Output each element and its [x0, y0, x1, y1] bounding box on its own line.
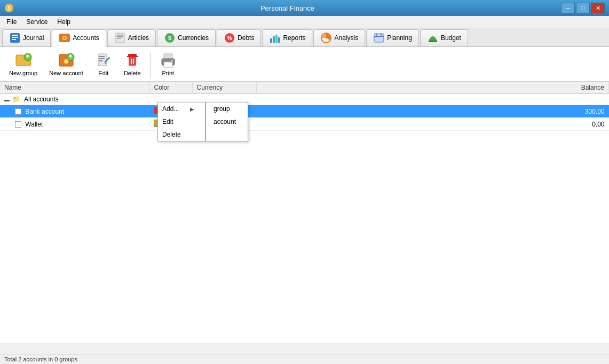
new-group-button[interactable]: New group [4, 49, 42, 79]
svg-rect-17 [270, 38, 272, 43]
tab-reports[interactable]: Reports [262, 29, 312, 46]
tab-articles[interactable]: Articles [107, 29, 156, 46]
print-button[interactable]: Print [155, 49, 181, 79]
svg-rect-30 [27, 54, 28, 58]
svg-rect-45 [133, 59, 134, 64]
svg-text:$: $ [168, 35, 171, 41]
menu-file[interactable]: File [2, 17, 21, 27]
group-option-label: group [213, 105, 230, 113]
svg-rect-18 [273, 36, 275, 43]
svg-rect-44 [131, 59, 132, 64]
table-row-group[interactable]: ▬ 📁 All accounts [0, 94, 609, 105]
new-group-label: New group [9, 70, 37, 76]
tab-debts[interactable]: % Debts [217, 29, 261, 46]
delete-label: Delete [162, 131, 181, 138]
svg-rect-23 [374, 36, 384, 37]
svg-rect-36 [98, 54, 107, 66]
menu-service[interactable]: Service [22, 17, 52, 27]
col-currency: Currency [192, 82, 256, 94]
context-menu-edit[interactable]: Edit [158, 115, 205, 128]
tab-currencies-label: Currencies [178, 34, 209, 42]
restore-button[interactable]: □ [576, 3, 590, 13]
svg-rect-37 [99, 56, 105, 57]
print-icon [160, 52, 177, 69]
svg-rect-41 [128, 54, 137, 56]
group-balance-cell [256, 94, 609, 105]
submenu-account[interactable]: account [206, 115, 248, 128]
table-row[interactable]: Wallet US Dollar 0.00 [0, 118, 609, 131]
accounts-icon [59, 32, 70, 44]
context-menu-delete[interactable]: Delete [158, 128, 205, 141]
new-account-label: New account [49, 70, 83, 76]
tab-currencies[interactable]: $ Currencies [157, 29, 216, 46]
delete-button[interactable]: Delete [119, 49, 146, 79]
reports-icon [269, 32, 281, 44]
context-menu-wrapper: Add... ▶ Edit Delete group account [157, 102, 248, 141]
edit-label: Edit [98, 70, 108, 76]
delete-label: Delete [124, 70, 141, 76]
collapse-icon[interactable]: ▬ [4, 97, 10, 102]
submenu-group[interactable]: group [206, 102, 248, 115]
tab-planning-label: Planning [387, 34, 412, 42]
tab-budget[interactable]: Budget [420, 29, 468, 46]
toolbar: New group New account Edit [0, 47, 609, 82]
tab-analysis[interactable]: Analysis [313, 29, 365, 46]
wallet-name-cell: Wallet [0, 118, 149, 131]
menu-help[interactable]: Help [53, 17, 75, 27]
edit-icon [95, 52, 112, 69]
new-account-button[interactable]: New account [44, 49, 88, 79]
svg-rect-39 [99, 60, 102, 61]
account-option-label: account [213, 118, 236, 125]
journal-icon [9, 32, 21, 44]
svg-rect-3 [12, 35, 18, 36]
window-controls: ─ □ ✕ [561, 3, 605, 13]
tab-debts-label: Debts [238, 34, 254, 42]
context-menu-add[interactable]: Add... ▶ [158, 102, 205, 115]
new-account-icon [58, 52, 75, 69]
planning-icon [373, 32, 385, 44]
svg-rect-4 [12, 37, 18, 38]
row-checkbox[interactable] [15, 121, 21, 128]
close-button[interactable]: ✕ [591, 3, 605, 13]
app-title: Personal Finance [14, 4, 561, 12]
svg-rect-19 [275, 35, 278, 43]
analysis-icon [320, 32, 332, 44]
svg-rect-11 [117, 36, 123, 37]
submenu-arrow: ▶ [190, 106, 194, 112]
account-balance-cell: 300.00 [256, 105, 609, 118]
submenu: group account [205, 102, 248, 141]
wallet-name: Wallet [25, 121, 43, 128]
context-menu: Add... ▶ Edit Delete [157, 102, 205, 141]
currencies-icon: $ [164, 32, 176, 44]
svg-point-35 [64, 59, 68, 64]
svg-rect-10 [117, 35, 123, 36]
articles-icon [114, 32, 126, 44]
svg-rect-49 [171, 60, 173, 61]
col-balance: Balance [256, 82, 609, 94]
tab-analysis-label: Analysis [334, 34, 358, 42]
accounts-table: Name Color Currency Balance ▬ 📁 All acco… [0, 82, 609, 131]
account-name: Bank account [25, 108, 64, 115]
row-checkbox[interactable] [15, 108, 21, 115]
tab-journal-label: Journal [23, 34, 44, 42]
tab-accounts[interactable]: Accounts [52, 29, 106, 47]
print-label: Print [162, 70, 174, 76]
svg-rect-25 [381, 34, 382, 36]
tab-planning[interactable]: Planning [366, 29, 419, 46]
col-name: Name [0, 82, 149, 94]
tab-journal[interactable]: Journal [2, 29, 51, 46]
delete-icon [124, 52, 141, 69]
new-group-icon [15, 52, 32, 69]
titlebar: $ Personal Finance ─ □ ✕ [0, 0, 609, 16]
svg-rect-42 [127, 56, 138, 57]
svg-text:%: % [227, 35, 232, 41]
tab-accounts-label: Accounts [73, 34, 99, 42]
tab-reports-label: Reports [283, 34, 305, 42]
minimize-button[interactable]: ─ [561, 3, 575, 13]
group-label: All accounts [24, 96, 59, 103]
edit-button[interactable]: Edit [90, 49, 117, 79]
svg-rect-43 [129, 57, 136, 66]
account-name-cell: Bank account [0, 105, 149, 118]
table-row[interactable]: Bank account US Dollar 300.00 [0, 105, 609, 118]
svg-rect-34 [70, 54, 71, 58]
